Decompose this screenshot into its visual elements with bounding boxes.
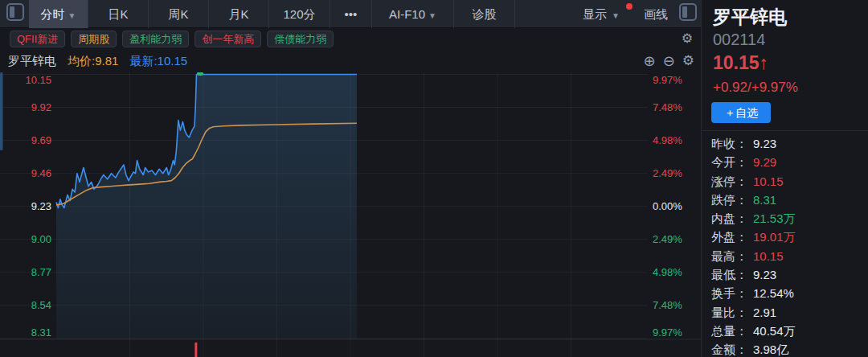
right-panel-toggle-icon[interactable] xyxy=(679,3,697,21)
sidebar-current-price: 10.15↑ xyxy=(713,52,768,74)
quote-row-value: 8.31 xyxy=(753,193,776,207)
quote-row-label: 昨收： xyxy=(711,134,753,153)
tag-weak-solvency[interactable]: 偿债能力弱 xyxy=(267,31,334,47)
zoom-in-icon[interactable]: ⊕ xyxy=(644,50,656,72)
quote-row-label: 今开： xyxy=(711,153,753,171)
price-axis-tick: 9.92 xyxy=(0,101,51,115)
quote-row-open: 今开：9.29 xyxy=(711,153,865,171)
quote-row-inner-volume: 内盘：21.53万 xyxy=(711,209,865,228)
sidebar-stock-name: 罗平锌电 xyxy=(713,5,787,30)
tab-label: 120分 xyxy=(283,7,315,21)
quote-row-amount: 金额：3.98亿 xyxy=(711,340,865,357)
quote-row-label: 跌停： xyxy=(711,191,753,209)
quote-row-value: 9.29 xyxy=(753,155,776,169)
tab-more[interactable]: ••• xyxy=(330,0,372,28)
tags-settings-gear-icon[interactable]: ⚙ xyxy=(682,31,693,47)
price-axis-tick: 9.23 xyxy=(0,199,51,214)
notification-dot xyxy=(626,3,633,10)
quote-row-low: 最低：9.23 xyxy=(711,265,865,284)
quote-row-label: 最低： xyxy=(711,265,753,284)
price-axis-tick: 8.54 xyxy=(0,298,51,313)
quote-row-outer-volume: 外盘：19.01万 xyxy=(711,228,865,246)
quote-row-label: 最高： xyxy=(711,247,753,265)
sidebar-price-change: +0.92/+9.97% xyxy=(713,80,798,96)
add-to-watchlist-button[interactable]: ＋自选 xyxy=(711,102,771,123)
quote-row-value: 2.91 xyxy=(753,306,776,319)
last-price-label: 最新:10.15 xyxy=(129,54,187,69)
left-panel-toggle-icon[interactable] xyxy=(6,3,24,21)
tab-timeshare[interactable]: 分时▼ xyxy=(29,0,88,28)
price-axis-tick: 9.00 xyxy=(0,232,51,247)
tab-label: 诊股 xyxy=(473,7,497,21)
tab-diagnose[interactable]: 诊股 xyxy=(454,0,515,28)
percent-axis-tick: 4.98% xyxy=(653,133,701,148)
percent-axis-tick: 0.00% xyxy=(653,199,701,214)
quote-row-prev-close: 昨收：9.23 xyxy=(711,134,865,153)
percent-axis-tick: 9.97% xyxy=(653,73,701,88)
quote-row-volume-ratio: 量比：2.91 xyxy=(711,303,865,322)
price-axis-tick: 10.15 xyxy=(0,73,51,88)
quote-row-value: 10.15 xyxy=(753,249,784,263)
quote-row-high: 最高：10.15 xyxy=(711,247,865,265)
quote-row-limit-up: 涨停：10.15 xyxy=(711,172,865,191)
quote-row-value: 12.54% xyxy=(753,286,794,300)
chevron-down-icon: ▼ xyxy=(68,11,76,20)
quote-row-value: 9.23 xyxy=(753,268,776,281)
quote-row-total-volume: 总量：40.54万 xyxy=(711,322,865,340)
quote-row-label: 涨停： xyxy=(711,172,753,191)
quote-row-label: 内盘： xyxy=(711,209,753,228)
toolbar-spacer xyxy=(515,0,583,27)
tab-daily-k[interactable]: 日K xyxy=(88,0,149,28)
chart-type-toolbar: 分时▼日K周K月K120分•••AI-F10▼诊股 显示▼ 画线 xyxy=(0,0,701,28)
stock-tags-row: QFII新进周期股盈利能力弱创一年新高偿债能力弱 ⚙ xyxy=(0,28,701,50)
quote-row-label: 量比： xyxy=(711,303,753,322)
quote-sidebar: 罗平锌电 002114 10.15↑ +0.92/+9.97% ＋自选 昨收：9… xyxy=(701,0,868,357)
tab-label: 周K xyxy=(168,7,188,21)
chevron-down-icon: ▼ xyxy=(612,11,620,20)
display-settings-button[interactable]: 显示▼ xyxy=(583,0,644,28)
tag-weak-profitability[interactable]: 盈利能力弱 xyxy=(122,31,189,47)
chart-pane-header: 罗平锌电 均价:9.81 最新:10.15 ⊕ ⊖ ⚙ xyxy=(0,50,701,72)
tab-label: AI-F10 xyxy=(389,7,425,21)
percent-axis-tick: 7.48% xyxy=(653,101,701,115)
percent-axis-tick: 2.49% xyxy=(653,232,701,247)
quote-row-value: 3.98亿 xyxy=(753,343,788,356)
quote-row-value: 21.53万 xyxy=(753,211,796,225)
price-area-fill xyxy=(56,75,357,339)
tag-cyclical-stock[interactable]: 周期股 xyxy=(71,31,117,47)
volume-bar xyxy=(194,343,197,357)
draw-line-label: 画线 xyxy=(644,7,668,21)
tab-ai-f10[interactable]: AI-F10▼ xyxy=(372,0,454,28)
percent-axis-tick: 9.97% xyxy=(653,326,701,340)
quote-row-label: 换手： xyxy=(711,284,753,302)
tab-weekly-k[interactable]: 周K xyxy=(149,0,209,28)
zoom-out-icon[interactable]: ⊖ xyxy=(663,50,675,72)
quote-row-value: 9.23 xyxy=(753,137,776,150)
quote-row-label: 总量： xyxy=(711,322,753,340)
tab-label: ••• xyxy=(345,7,358,21)
timeshare-chart[interactable]: 10.159.929.699.469.239.008.778.548.319.9… xyxy=(0,72,701,357)
tag-one-year-high[interactable]: 创一年新高 xyxy=(194,31,261,47)
chart-settings-gear-icon[interactable]: ⚙ xyxy=(682,50,694,72)
percent-axis-tick: 2.49% xyxy=(653,166,701,181)
price-axis-tick: 8.77 xyxy=(0,265,51,280)
chevron-down-icon: ▼ xyxy=(428,11,436,20)
tab-monthly-k[interactable]: 月K xyxy=(209,0,269,28)
quote-row-label: 金额： xyxy=(711,340,753,357)
display-settings-label: 显示 xyxy=(583,7,607,21)
tag-qfii-new[interactable]: QFII新进 xyxy=(10,31,65,47)
price-axis-tick: 8.31 xyxy=(0,326,51,340)
avg-price-label: 均价:9.81 xyxy=(68,54,118,69)
chart-canvas xyxy=(0,72,701,357)
quote-row-limit-down: 跌停：8.31 xyxy=(711,191,865,209)
quote-row-label: 外盘： xyxy=(711,228,753,246)
chart-stock-name: 罗平锌电 xyxy=(8,54,56,69)
percent-axis-tick: 4.98% xyxy=(653,265,701,280)
sidebar-stock-code: 002114 xyxy=(713,31,765,49)
tab-120min[interactable]: 120分 xyxy=(269,0,330,28)
tab-label: 分时 xyxy=(41,7,65,21)
quote-row-value: 10.15 xyxy=(753,174,784,188)
tab-label: 日K xyxy=(108,7,128,21)
draw-line-button[interactable]: 画线 xyxy=(644,0,668,28)
price-axis-tick: 9.69 xyxy=(0,133,51,148)
